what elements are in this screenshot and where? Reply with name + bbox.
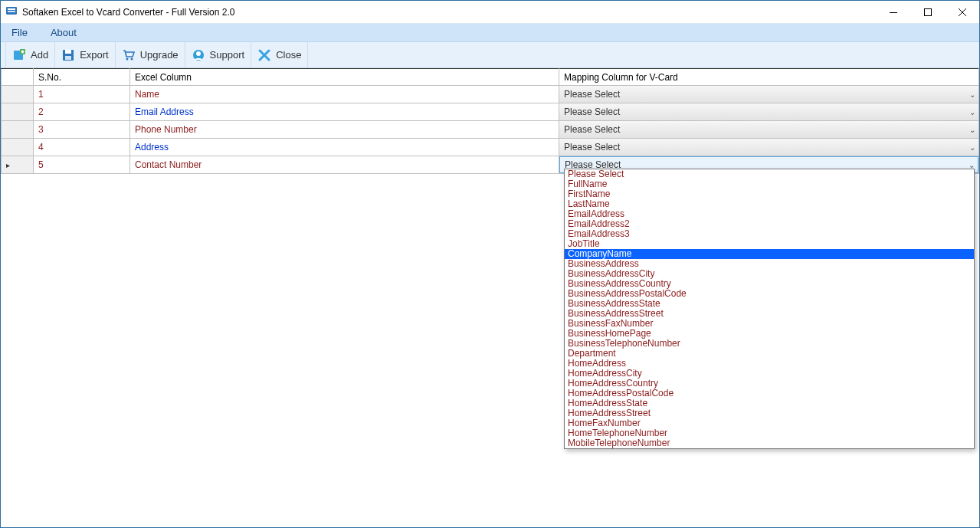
minimize-button[interactable] [876,1,910,24]
dropdown-option[interactable]: Department [565,349,974,359]
window-controls [876,1,979,24]
grid-area: S.No. Excel Column Mapping Column for V-… [1,68,979,174]
svg-rect-1 [8,8,15,10]
sno-cell[interactable]: 2 [34,103,130,121]
dropdown-option[interactable]: BusinessTelephoneNumber [565,339,974,349]
window-title: Softaken Excel to Vcard Converter - Full… [22,7,234,18]
excel-column-cell[interactable]: Address [130,139,559,156]
mapping-grid: S.No. Excel Column Mapping Column for V-… [1,68,979,174]
row-marker[interactable] [2,156,34,174]
dropdown-option[interactable]: MobileTelephoneNumber [565,438,974,448]
close-window-button[interactable] [945,1,979,24]
dropdown-option[interactable]: FirstName [565,189,974,199]
chevron-down-icon: ⌄ [969,126,975,134]
svg-rect-13 [65,56,71,60]
dropdown-option[interactable]: Please Select [565,169,974,179]
maximize-button[interactable] [910,1,945,24]
row-marker[interactable] [2,121,34,139]
support-icon [192,48,205,62]
add-icon [12,48,26,62]
dropdown-option[interactable]: EmailAddress3 [565,229,974,239]
row-marker[interactable] [2,139,34,156]
toolbar: Add Export Upgrade Support Close [1,42,979,68]
row-marker[interactable] [2,103,34,121]
sno-cell[interactable]: 1 [34,86,130,103]
excel-column-cell[interactable]: Name [130,86,559,103]
svg-rect-2 [8,11,15,12]
excel-column-cell[interactable]: Contact Number [130,156,559,174]
combobox-value: Please Select [564,124,620,135]
app-window: Softaken Excel to Vcard Converter - Full… [0,0,980,528]
sno-cell[interactable]: 3 [34,121,130,139]
close-button[interactable]: Close [251,42,308,67]
table-row[interactable]: 2Email AddressPlease Select⌄ [2,103,979,121]
support-button[interactable]: Support [185,42,252,67]
mapping-cell: Please Select⌄ [559,86,979,103]
mapping-combobox[interactable]: Please Select⌄ [559,86,978,103]
mapping-cell: Please Select⌄ [559,139,979,156]
close-label: Close [276,49,301,61]
upgrade-label: Upgrade [140,49,179,61]
svg-rect-12 [65,50,71,54]
combobox-value: Please Select [564,107,620,117]
combobox-value: Please Select [564,142,620,152]
header-map[interactable]: Mapping Column for V-Card [559,69,979,86]
excel-column-cell[interactable]: Phone Number [130,121,559,139]
upgrade-button[interactable]: Upgrade [116,42,185,67]
chevron-down-icon: ⌄ [969,90,975,99]
menu-file[interactable]: File [7,25,32,40]
grid-header-row: S.No. Excel Column Mapping Column for V-… [2,69,979,86]
sno-cell[interactable]: 4 [34,139,130,156]
export-label: Export [80,49,109,61]
menubar: File About [1,24,979,42]
table-row[interactable]: 4AddressPlease Select⌄ [2,139,979,156]
mapping-combobox[interactable]: Please Select⌄ [559,139,978,156]
chevron-down-icon: ⌄ [969,108,975,116]
header-excel[interactable]: Excel Column [130,69,559,86]
add-label: Add [31,49,48,61]
chevron-down-icon: ⌄ [969,143,975,152]
export-button[interactable]: Export [55,42,116,67]
save-icon [61,48,75,62]
cart-icon [122,48,136,62]
table-row[interactable]: 3Phone NumberPlease Select⌄ [2,121,979,139]
header-marker [2,69,34,86]
table-row[interactable]: 1NamePlease Select⌄ [2,86,979,103]
menu-about[interactable]: About [46,25,81,40]
titlebar-left: Softaken Excel to Vcard Converter - Full… [1,5,234,20]
svg-point-14 [126,57,128,60]
close-icon [257,48,271,62]
svg-rect-3 [890,12,897,13]
excel-column-cell[interactable]: Email Address [130,103,559,121]
add-button[interactable]: Add [5,42,55,67]
svg-rect-10 [21,51,25,52]
svg-point-15 [130,57,133,60]
mapping-cell: Please Select⌄ [559,103,979,121]
dropdown-option[interactable]: FullName [565,179,974,189]
titlebar: Softaken Excel to Vcard Converter - Full… [1,1,979,24]
app-icon [5,5,18,20]
chevron-down-icon: ⌄ [969,161,975,169]
combobox-value: Please Select [564,89,620,100]
mapping-dropdown-list[interactable]: Please SelectFullNameFirstNameLastNameEm… [564,169,975,449]
mapping-cell: Please Select⌄ [559,121,979,139]
mapping-combobox[interactable]: Please Select⌄ [559,103,978,120]
mapping-combobox[interactable]: Please Select⌄ [559,121,978,138]
row-marker[interactable] [2,86,34,103]
svg-rect-4 [924,8,931,15]
sno-cell[interactable]: 5 [34,156,130,174]
dropdown-option[interactable]: LastName [565,199,974,209]
header-sno[interactable]: S.No. [34,69,130,86]
support-label: Support [210,49,245,61]
svg-point-17 [196,51,201,56]
